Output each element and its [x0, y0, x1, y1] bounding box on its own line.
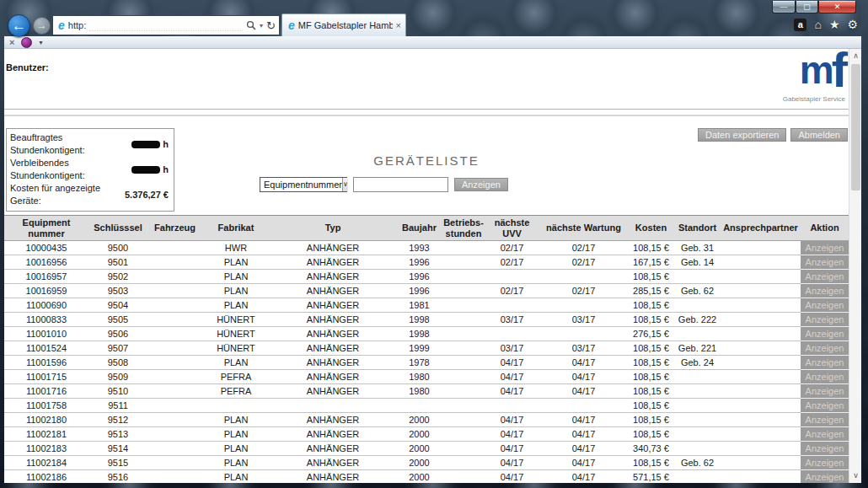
logout-button[interactable]: Abmelden — [790, 128, 848, 142]
table-cell — [442, 456, 485, 470]
column-header: Typ — [270, 216, 396, 241]
quota-box: Beauftragtes Stundenkontigent: h Verblei… — [6, 128, 174, 212]
row-action-anzeigen-button[interactable]: Anzeigen — [801, 456, 849, 470]
table-cell — [442, 442, 485, 456]
table-cell — [147, 442, 202, 456]
row-action-anzeigen-button[interactable]: Anzeigen — [801, 427, 849, 442]
row-action-anzeigen-button[interactable]: Anzeigen — [801, 470, 849, 484]
chevron-down-icon: ∨ — [342, 178, 348, 191]
browser-tab[interactable]: e MF Gabelstapler Hamburg: ... × — [281, 13, 406, 36]
table-cell: 04/17 — [485, 427, 539, 442]
table-cell — [721, 399, 801, 413]
tools-gear-icon[interactable]: ⚙ — [847, 18, 858, 31]
table-cell: 108,15 € — [628, 384, 674, 399]
table-cell: ANHÄNGER — [270, 298, 396, 313]
table-cell: 04/17 — [485, 356, 539, 370]
table-cell: 11002184 — [4, 456, 88, 470]
table-row: 110017159509PEFRAANHÄNGER198004/1704/171… — [4, 370, 849, 384]
table-cell — [147, 456, 202, 470]
favorites-star-icon[interactable]: ★ — [829, 18, 840, 31]
amazon-addon-icon[interactable]: a — [794, 19, 806, 31]
table-cell — [721, 384, 801, 399]
quota-value: 5.376,27 € — [125, 189, 169, 201]
row-action-anzeigen-button[interactable]: Anzeigen — [801, 341, 849, 356]
table-cell: 04/17 — [485, 456, 539, 470]
table-cell: 108,15 € — [628, 298, 674, 313]
close-window-button[interactable]: ✕ — [818, 1, 856, 13]
row-action-anzeigen-button[interactable]: Anzeigen — [801, 399, 849, 413]
table-cell — [674, 399, 721, 413]
table-cell: 1980 — [396, 370, 442, 384]
row-action-anzeigen-button[interactable]: Anzeigen — [801, 255, 849, 270]
tab-close-icon[interactable]: × — [396, 20, 401, 30]
table-cell: 108,15 € — [628, 370, 674, 384]
table-cell: ANHÄNGER — [270, 284, 396, 298]
table-cell: 9502 — [88, 270, 147, 284]
table-cell: PLAN — [202, 298, 270, 313]
table-cell: 04/17 — [539, 442, 628, 456]
addon-icon[interactable] — [21, 37, 32, 48]
table-cell: ANHÄNGER — [270, 356, 396, 370]
row-action-anzeigen-button[interactable]: Anzeigen — [801, 284, 849, 298]
filter-row: Equipmentnummer ∨ Anzeigen — [260, 177, 508, 192]
search-dropdown-icon[interactable]: ▾ — [260, 22, 263, 29]
row-action-anzeigen-button[interactable]: Anzeigen — [801, 241, 849, 255]
table-cell: Geb. 24 — [674, 356, 721, 370]
table-cell: 1996 — [396, 270, 442, 284]
row-action-anzeigen-button[interactable]: Anzeigen — [801, 370, 849, 384]
table-cell: Geb. 62 — [674, 284, 721, 298]
maximize-button[interactable]: ▢ — [796, 1, 818, 13]
filter-submit-button[interactable]: Anzeigen — [454, 178, 508, 191]
table-cell — [721, 413, 801, 427]
home-icon[interactable]: ⌂ — [814, 18, 821, 31]
refresh-icon[interactable]: ↻ — [266, 19, 276, 32]
addon-close-icon[interactable]: × — [9, 37, 14, 47]
scroll-down-icon[interactable]: ∨ — [849, 469, 862, 483]
table-cell — [147, 470, 202, 484]
table-cell: Geb. 222 — [674, 313, 721, 327]
back-button[interactable]: ← — [8, 14, 30, 37]
column-header: Betriebs- stunden — [442, 216, 485, 241]
addon-dropdown-icon[interactable]: ▾ — [39, 39, 42, 46]
table-cell: 11001010 — [4, 327, 88, 341]
row-action-anzeigen-button[interactable]: Anzeigen — [801, 356, 849, 370]
table-cell — [147, 298, 202, 313]
address-bar[interactable]: e http: ▾ ↻ — [52, 15, 280, 35]
search-icon[interactable] — [246, 20, 256, 30]
table-cell: 1980 — [396, 384, 442, 399]
table-cell: 04/17 — [485, 442, 539, 456]
table-row: 110021869516PLANANHÄNGER200004/1704/1757… — [4, 470, 849, 484]
minimize-button[interactable]: — — [772, 1, 796, 13]
table-cell: ANHÄNGER — [270, 370, 396, 384]
row-action-anzeigen-button[interactable]: Anzeigen — [801, 313, 849, 327]
table-cell: 108,15 € — [628, 341, 674, 356]
export-data-button[interactable]: Daten exportieren — [698, 128, 786, 142]
table-cell: 9509 — [88, 370, 147, 384]
table-cell: 04/17 — [485, 413, 539, 427]
filter-search-input[interactable] — [353, 177, 448, 192]
row-action-anzeigen-button[interactable]: Anzeigen — [801, 298, 849, 313]
table-row: 110021809512PLANANHÄNGER200004/1704/1710… — [4, 413, 849, 427]
filter-field-select[interactable]: Equipmentnummer ∨ — [260, 177, 347, 192]
table-cell: 9514 — [88, 442, 147, 456]
table-cell — [721, 442, 801, 456]
scrollbar-thumb[interactable] — [851, 64, 860, 190]
table-cell: ANHÄNGER — [270, 341, 396, 356]
navigation-bar: ← → e http: ▾ ↻ e MF Gabelstapler Hambur… — [0, 13, 868, 36]
forward-button[interactable]: → — [33, 17, 51, 35]
table-cell: 108,15 € — [628, 356, 674, 370]
scroll-up-icon[interactable]: ∧ — [849, 49, 862, 63]
row-action-anzeigen-button[interactable]: Anzeigen — [801, 270, 849, 284]
table-cell — [674, 384, 721, 399]
user-label: Benutzer: — [6, 62, 49, 72]
table-cell: 108,15 € — [628, 399, 674, 413]
vertical-scrollbar[interactable]: ∧ ∨ — [849, 49, 861, 483]
row-action-anzeigen-button[interactable]: Anzeigen — [801, 384, 849, 399]
page-title: GERÄTELISTE — [4, 153, 849, 168]
table-cell: 167,15 € — [628, 255, 674, 270]
row-action-anzeigen-button[interactable]: Anzeigen — [801, 327, 849, 341]
row-action-anzeigen-button[interactable]: Anzeigen — [801, 442, 849, 456]
tab-title: MF Gabelstapler Hamburg: ... — [298, 20, 393, 30]
table-cell: HÜNERT — [202, 327, 270, 341]
row-action-anzeigen-button[interactable]: Anzeigen — [801, 413, 849, 427]
